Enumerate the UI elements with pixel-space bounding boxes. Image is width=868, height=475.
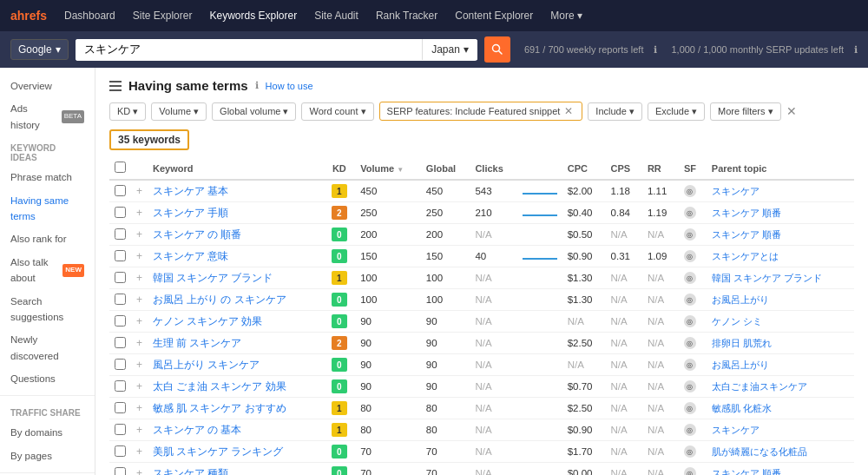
sidebar-item-also-talk[interactable]: Also talk about NEW (0, 251, 95, 290)
th-global[interactable]: Global (421, 157, 470, 180)
sidebar-item-by-pages[interactable]: By pages (0, 445, 95, 467)
row-checkbox-8[interactable] (109, 354, 131, 376)
row-add-0[interactable]: + (131, 180, 148, 202)
row-select-4[interactable] (115, 272, 126, 283)
row-add-6[interactable]: + (131, 311, 148, 333)
keyword-link-8[interactable]: 風呂上がり スキンケア (153, 360, 260, 370)
row-checkbox-3[interactable] (109, 246, 131, 267)
keyword-link-7[interactable]: 生理 前 スキンケア (153, 338, 241, 348)
row-add-10[interactable]: + (131, 398, 148, 419)
serp-icon-2[interactable]: ◎ (684, 228, 696, 241)
country-selector[interactable]: Japan ▾ (422, 39, 477, 60)
nav-dashboard[interactable]: Dashboard (57, 6, 122, 25)
search-input[interactable] (76, 39, 422, 61)
row-checkbox-6[interactable] (109, 311, 131, 333)
sidebar-item-overview[interactable]: Overview (0, 75, 95, 97)
row-checkbox-12[interactable] (109, 441, 131, 463)
th-kd[interactable]: KD (324, 157, 356, 180)
row-select-8[interactable] (115, 359, 126, 370)
parent-link-2[interactable]: スキンケア 順番 (712, 229, 781, 240)
filter-word-count[interactable]: Word count ▾ (301, 102, 373, 121)
row-add-5[interactable]: + (131, 289, 148, 311)
th-sf[interactable]: SF (679, 157, 707, 180)
keyword-link-0[interactable]: スキンケア 基本 (153, 186, 228, 196)
search-button[interactable] (484, 36, 510, 63)
nav-site-explorer[interactable]: Site Explorer (126, 6, 200, 25)
serp-icon-9[interactable]: ◎ (684, 380, 696, 393)
parent-link-12[interactable]: 肌が綺麗になる化粧品 (712, 446, 807, 457)
sidebar-item-by-domains[interactable]: By domains (0, 421, 95, 444)
keyword-link-5[interactable]: お風呂 上がり の スキンケア (153, 294, 286, 305)
row-checkbox-0[interactable] (109, 180, 131, 202)
row-select-5[interactable] (115, 294, 126, 305)
nav-more[interactable]: More ▾ (543, 6, 589, 25)
engine-selector[interactable]: Google ▾ (10, 39, 69, 60)
row-select-0[interactable] (115, 185, 126, 196)
serp-icon-12[interactable]: ◎ (684, 445, 696, 458)
row-add-2[interactable]: + (131, 224, 148, 246)
parent-link-6[interactable]: ケノン シミ (712, 316, 762, 327)
serp-icon-1[interactable]: ◎ (684, 207, 696, 219)
keyword-link-9[interactable]: 太白 ごま油 スキンケア 効果 (153, 381, 286, 392)
filter-exclude[interactable]: Exclude ▾ (648, 102, 705, 121)
parent-link-5[interactable]: お風呂上がり (712, 294, 769, 305)
serp-icon-11[interactable]: ◎ (684, 424, 696, 436)
nav-site-audit[interactable]: Site Audit (307, 6, 365, 25)
row-add-9[interactable]: + (131, 376, 148, 398)
serp-icon-0[interactable]: ◎ (684, 185, 696, 197)
keyword-link-11[interactable]: スキンケア の 基本 (153, 425, 241, 435)
row-add-11[interactable]: + (131, 419, 148, 441)
serp-icon-5[interactable]: ◎ (684, 294, 696, 306)
serp-icon-6[interactable]: ◎ (684, 315, 696, 327)
filter-kd[interactable]: KD ▾ (109, 102, 146, 121)
row-checkbox-13[interactable] (109, 463, 131, 476)
keyword-link-4[interactable]: 韓国 スキンケア ブランド (153, 273, 273, 283)
row-checkbox-10[interactable] (109, 398, 131, 419)
nav-rank-tracker[interactable]: Rank Tracker (369, 6, 444, 25)
filter-more[interactable]: More filters ▾ (710, 102, 780, 121)
parent-link-4[interactable]: 韓国 スキンケア ブランド (712, 273, 822, 283)
parent-link-11[interactable]: スキンケア (712, 425, 760, 435)
keyword-link-10[interactable]: 敏感 肌 スキンケア おすすめ (153, 403, 286, 413)
hamburger-menu[interactable] (109, 81, 122, 91)
sidebar-item-questions[interactable]: Questions (0, 367, 95, 390)
parent-link-9[interactable]: 太白ごま油スキンケア (712, 381, 807, 392)
row-select-12[interactable] (115, 445, 126, 457)
parent-link-13[interactable]: スキンケア 順番 (712, 468, 781, 476)
row-add-4[interactable]: + (131, 267, 148, 289)
parent-link-1[interactable]: スキンケア 順番 (712, 208, 781, 218)
keyword-link-12[interactable]: 美肌 スキンケア ランキング (153, 446, 283, 457)
row-add-7[interactable]: + (131, 333, 148, 354)
keyword-link-6[interactable]: ケノン スキンケア 効果 (153, 316, 262, 327)
sidebar-item-also-rank[interactable]: Also rank for (0, 228, 95, 250)
nav-content-explorer[interactable]: Content Explorer (448, 6, 540, 25)
serp-icon-3[interactable]: ◎ (684, 250, 696, 262)
row-checkbox-11[interactable] (109, 419, 131, 441)
row-checkbox-4[interactable] (109, 267, 131, 289)
th-rr[interactable]: RR (642, 157, 679, 180)
th-cps[interactable]: CPS (606, 157, 642, 180)
th-keyword[interactable]: Keyword (148, 157, 323, 180)
keyword-link-1[interactable]: スキンケア 手順 (153, 208, 228, 218)
th-parent[interactable]: Parent topic (707, 157, 854, 180)
row-add-12[interactable]: + (131, 441, 148, 463)
th-clicks[interactable]: Clicks (470, 157, 516, 180)
select-all-checkbox[interactable] (115, 162, 126, 173)
row-add-3[interactable]: + (131, 246, 148, 267)
row-select-13[interactable] (115, 467, 126, 476)
row-select-9[interactable] (115, 380, 126, 392)
parent-link-0[interactable]: スキンケア (712, 186, 760, 196)
serp-icon-4[interactable]: ◎ (684, 272, 696, 284)
how-to-use-link[interactable]: How to use (266, 81, 313, 91)
filter-close-icon[interactable]: ✕ (562, 105, 575, 117)
parent-link-8[interactable]: お風呂上がり (712, 360, 769, 370)
row-select-11[interactable] (115, 424, 126, 435)
serp-icon-7[interactable]: ◎ (684, 337, 696, 349)
filter-serp-features[interactable]: SERP features: Include Featured snippet … (379, 102, 583, 121)
th-cpc[interactable]: CPC (562, 157, 606, 180)
filter-global-volume[interactable]: Global volume ▾ (212, 102, 296, 121)
parent-link-7[interactable]: 排卵日 肌荒れ (712, 338, 772, 348)
row-checkbox-9[interactable] (109, 376, 131, 398)
sidebar-item-newly-discovered[interactable]: Newly discovered (0, 328, 95, 367)
row-add-1[interactable]: + (131, 202, 148, 224)
